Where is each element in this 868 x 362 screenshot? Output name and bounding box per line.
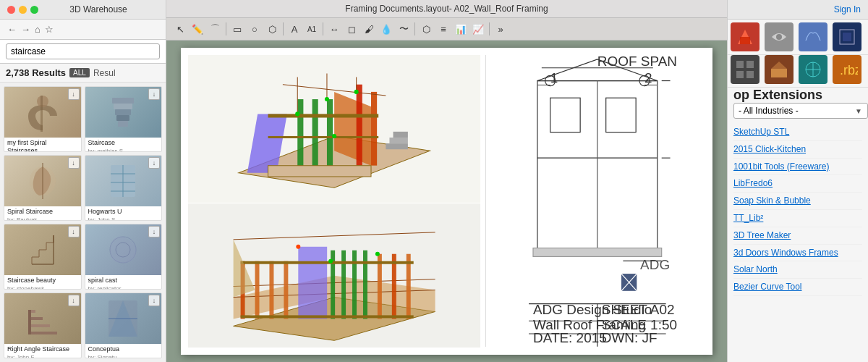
svg-rect-44 bbox=[389, 138, 407, 143]
svg-point-39 bbox=[325, 97, 329, 101]
svg-rect-4 bbox=[115, 109, 131, 115]
extensions-list: SketchUp STL 2015 Click-Kitchen 1001bit … bbox=[728, 122, 868, 362]
align-center[interactable]: ≡ bbox=[435, 21, 451, 37]
close-button[interactable] bbox=[7, 6, 15, 14]
list-item[interactable]: TT_Lib² bbox=[733, 210, 862, 227]
more-tools[interactable]: » bbox=[493, 21, 509, 37]
text-tool[interactable]: A bbox=[286, 21, 302, 37]
dropper-tool[interactable]: 💧 bbox=[378, 21, 394, 37]
pencil-tool[interactable]: ✏️ bbox=[190, 21, 205, 37]
download-button[interactable]: ↓ bbox=[68, 88, 80, 100]
search-bar bbox=[0, 40, 166, 64]
paint-tool[interactable]: 🖌 bbox=[361, 21, 377, 37]
arc-tool[interactable]: ⌒ bbox=[207, 21, 223, 37]
warehouse-title: 3D Warehouse bbox=[38, 4, 158, 14]
download-button[interactable]: ↓ bbox=[68, 226, 80, 237]
curve-tool[interactable]: 〜 bbox=[396, 21, 412, 37]
download-button[interactable]: ↓ bbox=[68, 295, 80, 306]
svg-rect-105 bbox=[843, 33, 851, 41]
list-item[interactable]: my first Spiral Staircasesby: paddy3459 … bbox=[4, 86, 82, 152]
maximize-button[interactable] bbox=[30, 6, 38, 14]
circle-tool[interactable]: ○ bbox=[247, 21, 263, 37]
text-a1-tool[interactable]: A1 bbox=[304, 21, 320, 37]
extension-icon-red[interactable] bbox=[731, 22, 760, 51]
bar-chart[interactable]: 📊 bbox=[453, 21, 469, 37]
download-button[interactable]: ↓ bbox=[148, 295, 160, 306]
list-item[interactable]: 3D Tree Maker bbox=[733, 227, 862, 245]
separator bbox=[323, 22, 323, 35]
svg-text:DATE: 2015: DATE: 2015 bbox=[533, 330, 607, 345]
svg-rect-17 bbox=[28, 324, 50, 327]
cursor-tool[interactable]: ↖ bbox=[172, 21, 188, 37]
warehouse-panel: 3D Warehouse ← → ⌂ ☆ 2,738 Results ALL R… bbox=[0, 0, 166, 362]
list-item[interactable]: spiral castby: replicator ↓ bbox=[85, 224, 163, 290]
svg-rect-51 bbox=[255, 261, 260, 319]
svg-rect-53 bbox=[284, 261, 288, 319]
results-bar: 2,738 Results ALL Resul bbox=[0, 64, 166, 83]
list-item[interactable]: Solar North bbox=[733, 261, 862, 279]
search-input[interactable] bbox=[6, 43, 160, 59]
home-icon[interactable]: ⌂ bbox=[35, 24, 41, 35]
separator bbox=[489, 22, 490, 35]
erase-tool[interactable]: ◻ bbox=[344, 21, 359, 37]
extension-icon-dark[interactable] bbox=[731, 55, 760, 84]
list-item[interactable]: Bezier Curve Tool bbox=[733, 279, 862, 296]
star-icon[interactable]: ☆ bbox=[45, 24, 54, 35]
svg-rect-110 bbox=[771, 69, 787, 77]
industries-select[interactable]: - All Industries - bbox=[733, 103, 868, 119]
app-title: Framing Documents.layout- A02_Wall_Roof … bbox=[345, 4, 548, 14]
separator bbox=[226, 22, 226, 35]
download-button[interactable]: ↓ bbox=[148, 157, 160, 169]
download-button[interactable]: ↓ bbox=[68, 157, 80, 169]
minimize-button[interactable] bbox=[19, 6, 27, 14]
item-label: Conceptuaby: Signatu bbox=[85, 344, 162, 358]
list-item[interactable]: Hogwarts Uby: John S. ↓ bbox=[85, 155, 163, 221]
svg-rect-30 bbox=[357, 85, 362, 166]
svg-point-38 bbox=[295, 111, 299, 116]
all-badge[interactable]: ALL bbox=[69, 68, 90, 77]
svg-text:ADG: ADG bbox=[640, 257, 670, 272]
align-left[interactable]: ⬡ bbox=[418, 21, 434, 37]
list-item[interactable]: 3d Doors Windows Frames bbox=[733, 245, 862, 262]
list-item[interactable]: Soap Skin & Bubble bbox=[733, 193, 862, 210]
svg-rect-102 bbox=[740, 37, 750, 44]
svg-rect-106 bbox=[736, 61, 744, 68]
window-controls bbox=[7, 6, 38, 14]
download-button[interactable]: ↓ bbox=[148, 226, 160, 237]
forward-icon[interactable]: → bbox=[21, 24, 30, 35]
extension-icon-teal[interactable] bbox=[799, 55, 827, 84]
canvas-area[interactable]: ROOF SPAN 1 2 ADG bbox=[166, 41, 727, 362]
back-icon[interactable]: ← bbox=[7, 24, 17, 35]
svg-rect-45 bbox=[393, 132, 408, 138]
extension-icon-gray[interactable] bbox=[765, 22, 793, 51]
list-item[interactable]: Staircaseby: mathias S. ↓ bbox=[85, 86, 163, 152]
list-item[interactable]: 2015 Click-Kitchen bbox=[733, 141, 862, 159]
extension-icon-blue[interactable] bbox=[799, 22, 827, 51]
list-item[interactable]: Spiral Staircaseby: Paulvak ↓ bbox=[4, 155, 82, 221]
sign-in-button[interactable]: Sign In bbox=[834, 4, 861, 14]
list-item[interactable]: Conceptuaby: Signatu ↓ bbox=[85, 292, 163, 358]
extensions-panel: Sign In bbox=[727, 0, 868, 362]
rect-tool[interactable]: ▭ bbox=[229, 21, 245, 37]
extension-icon-navy[interactable] bbox=[833, 22, 861, 51]
industries-dropdown[interactable]: - All Industries - ▼ bbox=[733, 103, 862, 119]
list-item[interactable]: 1001bit Tools (Freeware) bbox=[733, 159, 862, 176]
item-label: Staircaseby: mathias S. bbox=[85, 138, 162, 152]
svg-rect-3 bbox=[114, 104, 132, 109]
svg-rect-43 bbox=[386, 143, 408, 149]
extension-icon-brown[interactable] bbox=[765, 55, 793, 84]
svg-point-68 bbox=[296, 245, 300, 249]
list-item[interactable]: SketchUp STL bbox=[733, 124, 862, 141]
extension-icon-orange[interactable]: .rbz bbox=[833, 55, 861, 84]
layout-window: Framing Documents.layout- A02_Wall_Roof … bbox=[166, 0, 727, 362]
list-item[interactable]: LibFredo6 bbox=[733, 175, 862, 193]
svg-text:DWN: JF: DWN: JF bbox=[602, 330, 658, 345]
bar-chart2[interactable]: 📈 bbox=[470, 21, 486, 37]
svg-rect-63 bbox=[241, 315, 414, 318]
download-button[interactable]: ↓ bbox=[148, 88, 160, 100]
list-item[interactable]: Right Angle Staircaseby: John F. ↓ bbox=[4, 292, 82, 358]
svg-text:SHEET A02: SHEET A02 bbox=[602, 302, 675, 317]
dimension-tool[interactable]: ↔ bbox=[326, 21, 342, 37]
list-item[interactable]: Staircase beautyby: stonehawk ↓ bbox=[4, 224, 82, 290]
polygon-tool[interactable]: ⬡ bbox=[264, 21, 280, 37]
